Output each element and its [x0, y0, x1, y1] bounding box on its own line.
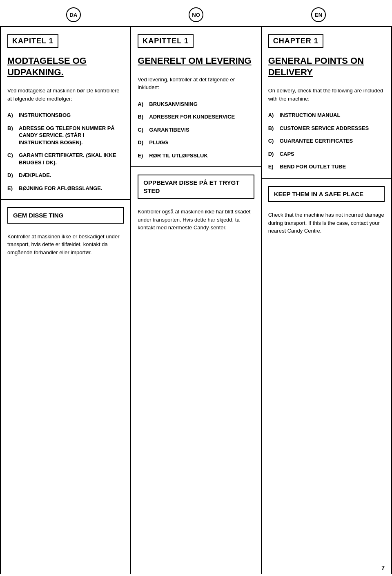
- en-intro-text: On delivery, check that the following ar…: [268, 87, 385, 103]
- en-section-title: GENERAL POINTS ON DELIVERY: [268, 55, 385, 78]
- da-label-c: C): [7, 152, 19, 166]
- en-item-b: B) CUSTOMER SERVICE ADDRESSES: [268, 125, 385, 132]
- da-text-a: INSTRUKTIONSBOG: [19, 112, 71, 119]
- no-separator: [131, 166, 261, 167]
- no-item-d: D) PLUGG: [138, 139, 254, 146]
- en-label-d: D): [268, 150, 280, 158]
- en-separator: [262, 178, 391, 179]
- lang-badge-da: DA: [66, 7, 81, 22]
- no-label-e: E): [138, 152, 149, 159]
- three-columns: KAPITEL 1 MODTAGELSE OG UDPAKNING. Ved m…: [0, 26, 392, 574]
- en-label-a: A): [268, 112, 280, 119]
- da-section-title: MODTAGELSE OG UDPAKNING.: [7, 55, 124, 78]
- en-text-a: INSTRUCTION MANUAL: [280, 112, 341, 119]
- da-item-c: C) GARANTI CERTIFIKATER. (SKAL IKKE BRUG…: [7, 152, 124, 166]
- da-bottom-text: Kontroller at maskinen ikke er beskadige…: [7, 233, 124, 257]
- en-item-c: C) GUARANTEE CERTIFICATES: [268, 137, 385, 145]
- no-item-c: C) GARANTIBEVIS: [138, 126, 254, 134]
- da-item-d: D) DÆKPLADE.: [7, 172, 124, 179]
- no-section-title: GENERELT OM LEVERING: [138, 55, 254, 67]
- no-text-c: GARANTIBEVIS: [149, 126, 189, 134]
- da-keep-safe-box: GEM DISSE TING: [7, 207, 124, 224]
- lang-badge-no: NO: [189, 7, 203, 22]
- en-item-e: E) BEND FOR OUTLET TUBE: [268, 163, 385, 170]
- en-label-b: B): [268, 125, 280, 132]
- da-text-e: BØJNING FOR AFLØBSSLANGE.: [19, 185, 102, 192]
- no-text-e: RØR TIL UTLØPSSLUK: [149, 152, 207, 159]
- da-label-e: E): [7, 185, 19, 192]
- no-bottom-text: Kontroller også at maskinen ikke har bli…: [138, 208, 254, 232]
- da-label-a: A): [7, 112, 19, 119]
- en-text-c: GUARANTEE CERTIFICATES: [280, 137, 353, 145]
- da-intro-text: Ved modtagelse af maskinen bør De kontro…: [7, 87, 124, 103]
- da-label-b: B): [7, 125, 19, 146]
- en-item-d: D) CAPS: [268, 150, 385, 158]
- en-bottom-text: Check that the machine has not incurred …: [268, 211, 385, 235]
- no-chapter-box: KAPITTEL 1: [138, 34, 194, 48]
- en-label-c: C): [268, 137, 280, 145]
- page: DA NO EN KAPITEL 1 MODTAGELSE OG UDPAKNI…: [0, 0, 392, 576]
- da-item-e: E) BØJNING FOR AFLØBSSLANGE.: [7, 185, 124, 192]
- en-item-a: A) INSTRUCTION MANUAL: [268, 112, 385, 119]
- page-number: 7: [381, 565, 385, 571]
- col-da: KAPITEL 1 MODTAGELSE OG UDPAKNING. Ved m…: [1, 27, 131, 574]
- no-item-e: E) RØR TIL UTLØPSSLUK: [138, 152, 254, 159]
- no-label-b: B): [138, 113, 149, 121]
- da-item-a: A) INSTRUKTIONSBOG: [7, 112, 124, 119]
- no-text-b: ADRESSER FOR KUNDESERVICE: [149, 113, 235, 121]
- da-separator: [1, 199, 130, 200]
- da-item-b: B) ADRESSE OG TELEFON NUMMER PÅ CANDY SE…: [7, 125, 124, 146]
- en-label-e: E): [268, 163, 280, 170]
- da-text-b: ADRESSE OG TELEFON NUMMER PÅ CANDY SERVI…: [19, 125, 124, 146]
- en-keep-safe-box: KEEP THEM IN A SAFE PLACE: [268, 186, 385, 202]
- col-no: KAPITTEL 1 GENERELT OM LEVERING Ved leve…: [131, 27, 261, 574]
- no-keep-safe-box: OPPBEVAR DISSE PÅ ET TRYGT STED: [138, 175, 254, 199]
- da-text-d: DÆKPLADE.: [19, 172, 51, 179]
- no-intro-text: Ved levering, kontroller at det følgende…: [138, 76, 254, 92]
- da-text-c: GARANTI CERTIFIKATER. (SKAL IKKE BRUGES …: [19, 152, 124, 166]
- en-chapter-box: CHAPTER 1: [268, 34, 323, 48]
- da-chapter-box: KAPITEL 1: [7, 34, 58, 48]
- lang-badges-row: DA NO EN: [0, 0, 392, 26]
- no-text-d: PLUGG: [149, 139, 168, 146]
- no-item-a: A) BRUKSANVISNING: [138, 101, 254, 108]
- no-label-a: A): [138, 101, 149, 108]
- no-text-a: BRUKSANVISNING: [149, 101, 197, 108]
- no-label-d: D): [138, 139, 149, 146]
- col-en: CHAPTER 1 GENERAL POINTS ON DELIVERY On …: [262, 27, 392, 574]
- en-text-b: CUSTOMER SERVICE ADDRESSES: [280, 125, 369, 132]
- lang-badge-en: EN: [311, 7, 326, 22]
- no-label-c: C): [138, 126, 149, 134]
- en-text-d: CAPS: [280, 150, 294, 158]
- no-item-b: B) ADRESSER FOR KUNDESERVICE: [138, 113, 254, 121]
- da-label-d: D): [7, 172, 19, 179]
- en-text-e: BEND FOR OUTLET TUBE: [280, 163, 346, 170]
